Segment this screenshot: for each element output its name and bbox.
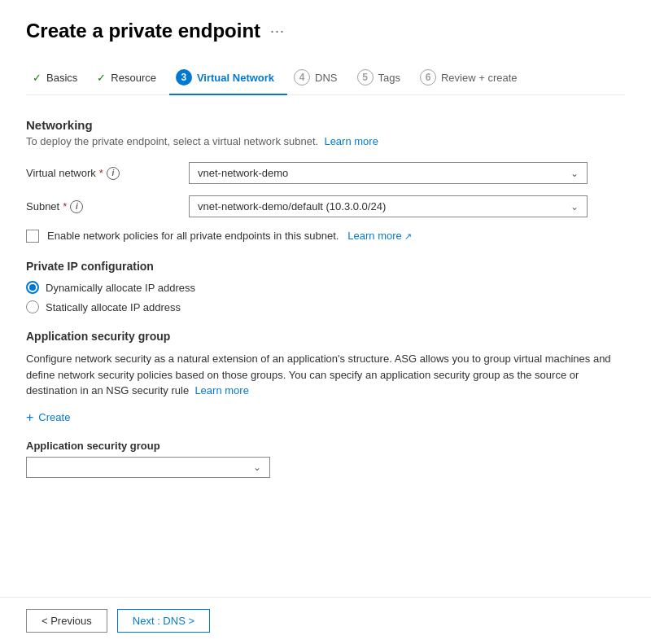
tab-resource[interactable]: ✓ Resource — [90, 65, 169, 94]
asg-field-label: Application security group — [26, 440, 625, 452]
tab-num-review: 6 — [420, 69, 436, 85]
subnet-chevron-icon: ⌄ — [570, 201, 579, 212]
tab-basics[interactable]: ✓ Basics — [26, 65, 90, 94]
tab-num-virtual-network: 3 — [176, 69, 192, 85]
tab-num-tags: 5 — [357, 69, 374, 85]
tab-virtual-network[interactable]: 3 Virtual Network — [169, 63, 287, 95]
ellipsis-menu[interactable]: ··· — [270, 23, 285, 40]
ip-dynamic-radio[interactable] — [26, 281, 39, 294]
virtual-network-label: Virtual network * i — [26, 167, 189, 180]
network-policies-label: Enable network policies for all private … — [47, 229, 412, 243]
check-resource-icon: ✓ — [97, 72, 106, 84]
asg-chevron-icon: ⌄ — [253, 462, 261, 473]
subnet-info-icon[interactable]: i — [70, 200, 83, 213]
vnet-chevron-icon: ⌄ — [570, 168, 579, 179]
networking-section-title: Networking — [26, 118, 625, 132]
ip-dynamic-row[interactable]: Dynamically allocate IP address — [26, 281, 625, 294]
footer: < Previous Next : DNS > — [0, 597, 651, 644]
tab-dns-label: DNS — [315, 72, 337, 84]
asg-desc: Configure network security as a natural … — [26, 351, 625, 399]
tab-review[interactable]: 6 Review + create — [413, 63, 531, 95]
vnet-info-icon[interactable]: i — [107, 167, 120, 180]
tab-resource-label: Resource — [111, 72, 156, 84]
network-policies-learn-more[interactable]: Learn more ↗ — [345, 230, 413, 242]
ip-config-title: Private IP configuration — [26, 260, 625, 273]
tab-review-label: Review + create — [441, 72, 518, 84]
tab-dns[interactable]: 4 DNS — [287, 63, 350, 95]
create-asg-button[interactable]: + Create — [26, 410, 625, 425]
asg-select[interactable]: ⌄ — [26, 457, 270, 478]
next-button[interactable]: Next : DNS > — [117, 609, 210, 633]
vnet-required-star: * — [99, 167, 103, 179]
virtual-network-row: Virtual network * i vnet-network-demo ⌄ — [26, 162, 625, 184]
ip-static-row[interactable]: Statically allocate IP address — [26, 300, 625, 313]
tab-tags[interactable]: 5 Tags — [351, 63, 413, 95]
check-basics-icon: ✓ — [33, 72, 42, 84]
plus-icon: + — [26, 410, 33, 425]
wizard-tabs: ✓ Basics ✓ Resource 3 Virtual Network 4 … — [26, 62, 625, 95]
subnet-label: Subnet * i — [26, 200, 189, 213]
networking-learn-more-link[interactable]: Learn more — [324, 135, 378, 147]
asg-learn-more[interactable]: Learn more — [194, 384, 248, 396]
networking-section-desc: To deploy the private endpoint, select a… — [26, 135, 625, 147]
external-link-icon: ↗ — [404, 231, 412, 241]
virtual-network-select[interactable]: vnet-network-demo ⌄ — [189, 162, 588, 184]
subnet-row: Subnet * i vnet-network-demo/default (10… — [26, 195, 625, 217]
previous-button[interactable]: < Previous — [26, 609, 107, 633]
tab-num-dns: 4 — [294, 69, 310, 85]
network-policies-row: Enable network policies for all private … — [26, 229, 625, 243]
subnet-select[interactable]: vnet-network-demo/default (10.3.0.0/24) … — [189, 195, 588, 217]
network-policies-checkbox[interactable] — [26, 230, 39, 243]
ip-static-radio[interactable] — [26, 300, 39, 313]
ip-dynamic-label: Dynamically allocate IP address — [46, 282, 195, 294]
asg-section-title: Application security group — [26, 330, 625, 343]
page-title: Create a private endpoint — [26, 20, 260, 42]
tab-virtual-network-label: Virtual Network — [197, 72, 274, 84]
tab-basics-label: Basics — [46, 72, 77, 84]
subnet-required-star: * — [63, 200, 67, 212]
tab-tags-label: Tags — [378, 72, 400, 84]
ip-static-label: Statically allocate IP address — [46, 301, 181, 313]
